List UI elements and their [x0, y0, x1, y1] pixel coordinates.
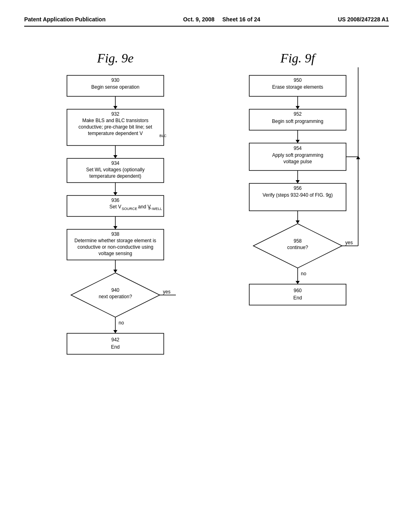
svg-text:930: 930: [111, 77, 119, 83]
svg-rect-42: [67, 333, 164, 354]
svg-text:Set WL voltages (optionally: Set WL voltages (optionally: [86, 167, 145, 172]
svg-text:958: 958: [294, 238, 302, 244]
diagrams-container: Fig. 9e 930 Begin sense operation 932 Ma…: [24, 51, 389, 382]
svg-text:P-WELL: P-WELL: [148, 207, 162, 211]
svg-marker-4: [113, 106, 117, 109]
svg-text:Begin soft programming: Begin soft programming: [272, 118, 323, 124]
svg-text:Erase storage elements: Erase storage elements: [272, 84, 323, 90]
diagram-fig9e: Fig. 9e 930 Begin sense operation 932 Ma…: [39, 51, 192, 382]
svg-marker-26: [113, 226, 117, 229]
svg-marker-33: [113, 270, 117, 273]
header-patent-number: US 2008/247228 A1: [338, 16, 389, 23]
svg-text:Set V: Set V: [109, 204, 121, 210]
svg-text:no: no: [119, 320, 124, 326]
svg-marker-74: [356, 156, 360, 159]
svg-text:temperature dependent V: temperature dependent V: [88, 131, 143, 136]
header-date: Oct. 9, 2008: [183, 16, 215, 23]
header-publication-label: Patent Application Publication: [24, 16, 106, 23]
svg-text:938: 938: [111, 231, 119, 237]
svg-text:next operation?: next operation?: [99, 294, 132, 299]
svg-text:Verify (steps 932-940 of FIG. : Verify (steps 932-940 of FIG. 9g): [263, 192, 333, 198]
svg-marker-54: [296, 140, 300, 143]
svg-text:936: 936: [111, 197, 119, 203]
svg-text:954: 954: [294, 145, 302, 151]
fig9e-title: Fig. 9e: [97, 51, 134, 66]
svg-text:956: 956: [294, 185, 302, 191]
svg-marker-67: [296, 220, 300, 224]
svg-text:942: 942: [111, 337, 119, 343]
fig9f-flowchart: 950 Erase storage elements 952 Begin sof…: [237, 75, 358, 382]
svg-text:continue?: continue?: [287, 245, 308, 250]
svg-text:950: 950: [294, 77, 302, 83]
svg-text:End: End: [293, 295, 302, 301]
svg-text:conductive or non-conductive u: conductive or non-conductive using: [77, 244, 153, 250]
svg-text:Begin sense operation: Begin sense operation: [91, 84, 139, 90]
svg-text:voltage sensing: voltage sensing: [98, 251, 132, 256]
fig9f-title: Fig. 9f: [280, 51, 315, 66]
header-sheet: Sheet 16 of 24: [222, 16, 260, 23]
svg-text:yes: yes: [345, 240, 353, 245]
svg-text:960: 960: [294, 288, 302, 293]
svg-marker-41: [113, 330, 117, 333]
svg-text:conductive; pre-charge bit lin: conductive; pre-charge bit line; set: [79, 124, 152, 130]
svg-text:Apply soft programming: Apply soft programming: [272, 152, 323, 158]
svg-marker-62: [296, 180, 300, 183]
svg-marker-49: [296, 106, 300, 109]
svg-text:no: no: [301, 271, 307, 276]
svg-text:Make BLS and BLC transistors: Make BLS and BLC transistors: [82, 118, 148, 123]
svg-text:End: End: [111, 344, 119, 350]
svg-text:932: 932: [111, 111, 119, 117]
diagram-fig9f: Fig. 9f 950 Erase storage elements 952 B…: [221, 51, 374, 382]
svg-text:940: 940: [111, 287, 119, 293]
svg-text:934: 934: [111, 160, 119, 166]
svg-marker-18: [113, 192, 117, 195]
svg-rect-78: [249, 284, 346, 305]
fig9e-flowchart: 930 Begin sense operation 932 Make BLS a…: [55, 75, 176, 382]
svg-text:yes: yes: [163, 289, 171, 295]
page-header: Patent Application Publication Oct. 9, 2…: [24, 16, 389, 27]
svg-text:BLC: BLC: [159, 134, 167, 138]
svg-text:temperature dependent): temperature dependent): [90, 173, 142, 179]
svg-text:Determine whether storage elem: Determine whether storage element is: [75, 238, 156, 243]
svg-marker-77: [296, 281, 300, 284]
svg-text:voltage pulse: voltage pulse: [284, 159, 312, 164]
svg-text:SOURCE: SOURCE: [122, 207, 138, 211]
svg-marker-12: [113, 155, 117, 158]
svg-text:952: 952: [294, 111, 302, 117]
page: Patent Application Publication Oct. 9, 2…: [0, 0, 413, 532]
header-date-sheet: Oct. 9, 2008 Sheet 16 of 24: [183, 16, 260, 23]
